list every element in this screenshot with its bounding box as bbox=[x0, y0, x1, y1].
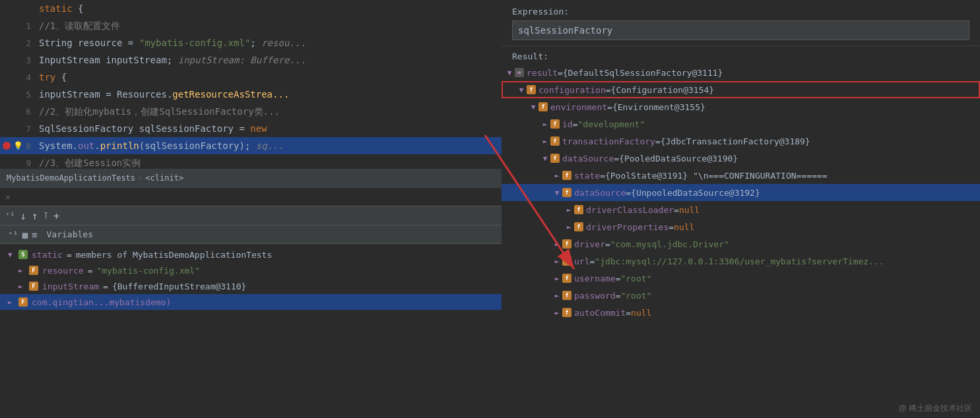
tree-eq: = bbox=[605, 239, 610, 249]
tree-row[interactable]: ▼fenvironment = {Environment@3155} bbox=[502, 98, 980, 115]
tree-key: password bbox=[574, 291, 616, 301]
tree-key: state bbox=[574, 171, 600, 181]
tree-row[interactable]: ▼fdataSource = {PooledDataSource@3190} bbox=[502, 150, 980, 167]
tree-value: null bbox=[631, 308, 651, 318]
tree-expand-icon: ► bbox=[552, 257, 562, 266]
expression-input[interactable] bbox=[512, 20, 969, 40]
code-lines: static {1 //1、读取配置文件2 String resource = … bbox=[0, 0, 502, 169]
var-eq: = bbox=[88, 266, 93, 276]
code-line-7: 7 SqlSessionFactory sqlSessionFactory = … bbox=[0, 120, 502, 137]
tree-key: autoCommit bbox=[574, 308, 626, 318]
tree-type-icon: f bbox=[562, 171, 572, 180]
tree-eq: = bbox=[674, 205, 679, 215]
tree-eq: = bbox=[626, 308, 631, 318]
tree-expand-icon: ▼ bbox=[516, 86, 527, 94]
right-panel: Expression: Result: ▼∞result = {DefaultS… bbox=[502, 0, 980, 418]
tree-row[interactable]: ►fdriverClassLoader = null bbox=[502, 201, 980, 218]
tree-value: {PooledDataSource@3190} bbox=[619, 154, 738, 164]
tree-expand-icon: ► bbox=[552, 309, 562, 317]
left-panel: static {1 //1、读取配置文件2 String resource = … bbox=[0, 0, 502, 418]
tree-eq: = bbox=[600, 171, 605, 181]
breadcrumb-class: MybatisDemoApplicationTests bbox=[7, 173, 135, 183]
code-line-2: 2 String resource = "mybatis-config.xml"… bbox=[0, 34, 502, 51]
tree-eq: = bbox=[655, 136, 661, 146]
tree-eq: = bbox=[626, 188, 631, 198]
tree-key: username bbox=[574, 274, 616, 284]
tree-row[interactable]: ►furl = "jdbc:mysql://127.0.0.1:3306/use… bbox=[502, 253, 980, 270]
var-value: members of MybatisDemoApplicationTests bbox=[76, 250, 272, 260]
code-line-9: 9 //3、创建Session实例 bbox=[0, 154, 502, 169]
tree-row[interactable]: ▼fdataSource = {UnpooledDataSource@3192} bbox=[502, 184, 980, 201]
tree-value: {JdbcTransactionFactory@3189} bbox=[661, 136, 810, 146]
expand-arrow: ► bbox=[8, 298, 15, 307]
expand-arrow: ► bbox=[18, 266, 25, 275]
code-content-3: InputStream inputStream; inputStream: Bu… bbox=[36, 51, 502, 69]
tree-expand-icon: ► bbox=[540, 120, 550, 129]
tree-key: dataSource bbox=[562, 154, 614, 164]
expand-arrow: ► bbox=[18, 282, 25, 291]
tree-type-icon: f bbox=[562, 239, 572, 249]
table-icon: ▦ bbox=[22, 229, 28, 240]
line-number: 1 bbox=[26, 21, 31, 31]
var-row[interactable]: ▼Sstatic = members of MybatisDemoApplica… bbox=[0, 247, 502, 262]
tree-row[interactable]: ►fautoCommit = null bbox=[502, 304, 980, 321]
code-line-header: static { bbox=[0, 0, 502, 17]
result-label: Result: bbox=[502, 46, 980, 64]
code-line-5: 5 inputStream = Resources.getResourceAsS… bbox=[0, 86, 502, 103]
step-over-btn[interactable]: ↓ bbox=[20, 210, 26, 222]
tree-key: configuration bbox=[539, 85, 606, 95]
variables-header: ⁺¹ ▦ ≡ Variables bbox=[0, 225, 502, 244]
var-row[interactable]: ►Fresource = "mybatis-config.xml" bbox=[0, 262, 502, 278]
tree-expand-icon: ▼ bbox=[528, 103, 539, 111]
step-into-btn[interactable]: ↑ bbox=[32, 210, 38, 222]
filter-btn[interactable]: ⊺ bbox=[44, 210, 48, 221]
tree-row[interactable]: ▼fconfiguration = {Configuration@3154} bbox=[502, 81, 980, 98]
tree-eq: = bbox=[616, 291, 621, 301]
tree-value: null bbox=[674, 222, 694, 232]
tree-row[interactable]: ►fstate = {PoolState@3191} "\n===CONFING… bbox=[502, 167, 980, 184]
add-watch-btn[interactable]: + bbox=[53, 210, 60, 222]
tree-row[interactable]: ▼∞result = {DefaultSqlSessionFactory@311… bbox=[502, 64, 980, 81]
code-content-2: String resource = "mybatis-config.xml"; … bbox=[36, 34, 502, 51]
code-content-8: System.out.println(sqlSessionFactory); s… bbox=[36, 137, 502, 154]
tree-expand-icon: ▼ bbox=[504, 69, 515, 77]
tree-key: driverProperties bbox=[586, 222, 669, 232]
var-value: {BufferedInputStream@3110} bbox=[112, 282, 247, 291]
tree-eq: = bbox=[669, 222, 674, 232]
expression-label: Expression: bbox=[512, 7, 969, 16]
tree-type-icon: f bbox=[574, 222, 583, 231]
var-eq: = bbox=[103, 282, 108, 291]
tree-row[interactable]: ►ftransactionFactory = {JdbcTransactionF… bbox=[502, 133, 980, 150]
code-content-5: inputStream = Resources.getResourceAsStr… bbox=[36, 86, 502, 103]
list-icon: ≡ bbox=[32, 229, 37, 240]
code-content-6: //2、初始化mybatis，创建SqlSessionFactory类... bbox=[36, 103, 502, 120]
tree-type-icon: f bbox=[550, 154, 560, 163]
tree-expand-icon: ► bbox=[552, 291, 562, 300]
result-tree[interactable]: ▼∞result = {DefaultSqlSessionFactory@311… bbox=[502, 64, 980, 418]
var-name: com.qingtian...mybatisdemo) bbox=[32, 297, 171, 307]
tree-type-icon: f bbox=[562, 274, 572, 283]
tree-row[interactable]: ►fdriverProperties = null bbox=[502, 218, 980, 235]
tree-value: "com.mysql.jdbc.Driver" bbox=[610, 239, 729, 249]
tree-value: {UnpooledDataSource@3192} bbox=[631, 188, 760, 198]
var-row[interactable]: ►FinputStream = {BufferedInputStream@311… bbox=[0, 278, 502, 294]
tree-type-icon: f bbox=[562, 291, 572, 300]
line-number: 7 bbox=[26, 124, 31, 134]
tree-row[interactable]: ►fpassword = "root" bbox=[502, 287, 980, 304]
tree-row[interactable]: ►fusername = "root" bbox=[502, 270, 980, 287]
tree-key: dataSource bbox=[574, 188, 626, 198]
var-name: resource bbox=[42, 266, 84, 276]
tree-row[interactable]: ►fid = "development" bbox=[502, 115, 980, 133]
tree-row[interactable]: ►fdriver = "com.mysql.jdbc.Driver" bbox=[502, 235, 980, 253]
tree-type-icon: f bbox=[562, 308, 572, 317]
tree-key: transactionFactory bbox=[562, 136, 655, 146]
line-number: 6 bbox=[26, 107, 31, 117]
line-number: 9 bbox=[26, 158, 31, 168]
tree-expand-icon: ► bbox=[564, 223, 574, 231]
tree-key: environment bbox=[550, 102, 607, 112]
expand-icon: ⁺¹ bbox=[8, 229, 18, 239]
tree-type-icon: f bbox=[574, 205, 583, 214]
tree-type-icon: f bbox=[550, 136, 560, 146]
var-row[interactable]: ►Fcom.qingtian...mybatisdemo) bbox=[0, 294, 502, 310]
lightbulb-icon[interactable]: 💡 bbox=[13, 141, 22, 150]
